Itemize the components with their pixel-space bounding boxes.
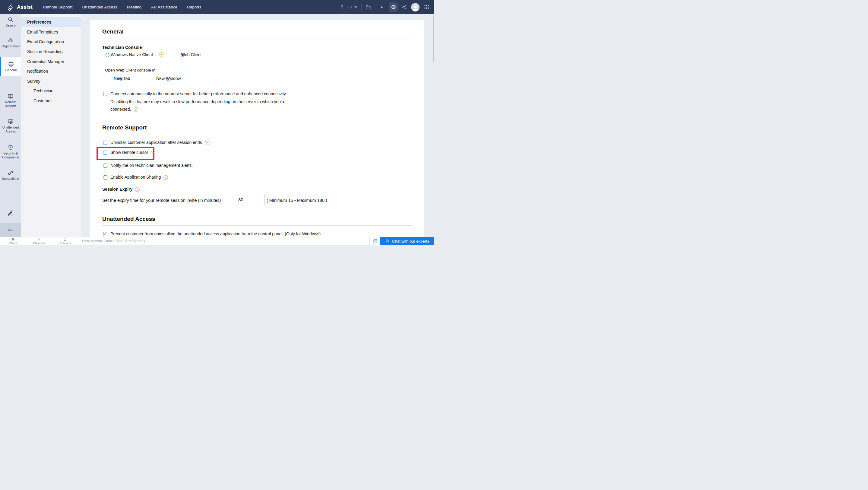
radio-label-new-window[interactable]: New Window <box>156 76 181 81</box>
assist-logo-icon <box>7 3 14 11</box>
sidebar-item-security-compliance[interactable]: Security & Compliance <box>0 145 21 159</box>
help-icon-session-expiry[interactable]: ? <box>135 187 140 192</box>
application-sharing-label[interactable]: Enable Application Sharing? <box>111 175 168 180</box>
expert-chat-icon <box>385 239 390 244</box>
user-silhouette-icon <box>412 5 419 11</box>
sidebar-item-general[interactable]: General <box>0 57 21 76</box>
help-icon-show-remote-cursor[interactable]: ? <box>151 151 155 155</box>
primary-nav: Remote Support Unattended Access Meeting… <box>43 5 201 9</box>
menu-item-notification[interactable]: Notification <box>21 66 81 76</box>
preferences-panel: General Technician Console Windows Nativ… <box>90 20 424 237</box>
uninstall-customer-app-label[interactable]: Uninstall customer application after ses… <box>111 140 209 145</box>
assist-brand[interactable]: Assist <box>7 3 33 11</box>
session-expiry-input[interactable] <box>235 194 265 205</box>
settings-icon-sidebar: Search Organization General <box>0 14 21 237</box>
technician-console-label: Technician Console <box>102 45 142 50</box>
checkbox-prevent-uninstall[interactable]: ✓ <box>103 232 107 236</box>
radio-label-windows-native-client[interactable]: Windows Native Client <box>111 52 153 57</box>
organization-icon <box>7 37 13 43</box>
chat-bubble-icon <box>11 238 15 241</box>
smart-chat-bar: Chats Channels Contacts <box>0 237 434 245</box>
nav-meeting[interactable]: Meeting <box>127 5 142 9</box>
bottom-bar-right: Chat with our experts <box>369 237 434 245</box>
menu-item-email-templates[interactable]: Email Templates <box>21 27 81 37</box>
sidebar-item-search[interactable]: Search <box>0 17 21 27</box>
menu-item-email-configuration[interactable]: Email Configuration <box>21 37 81 47</box>
menu-item-preferences[interactable]: Preferences <box>21 17 81 27</box>
chat-with-experts-button[interactable]: Chat with our experts <box>380 237 434 245</box>
org-switcher[interactable]: HR <box>340 5 358 10</box>
checkbox-application-sharing[interactable]: ✓ <box>103 175 107 180</box>
help-icon-connect-automatically[interactable]: ? <box>134 108 138 112</box>
globe-icon <box>8 61 14 67</box>
show-remote-cursor-label[interactable]: Show remote cursor? <box>111 150 155 155</box>
megaphone-icon <box>402 4 407 10</box>
scrollbar-thumb[interactable] <box>433 15 434 62</box>
menu-item-credential-manager[interactable]: Credential Manager <box>21 56 81 66</box>
search-icon <box>7 17 13 23</box>
contact-person-icon <box>63 238 67 241</box>
unattended-access-icon <box>7 119 13 125</box>
chevron-down-icon <box>354 6 358 8</box>
checkbox-show-remote-cursor[interactable]: ✓ <box>103 151 107 155</box>
divider <box>102 133 412 133</box>
settings-menu-sidebar: Preferences Email Templates Email Config… <box>21 14 81 237</box>
help-icon-windows-native-client[interactable]: ? <box>159 53 163 57</box>
sidebar-item-unattended-access[interactable]: Unattended Access <box>0 119 21 133</box>
checkbox-connect-automatically[interactable]: ✓ <box>103 92 107 96</box>
menu-item-customer[interactable]: Customer <box>21 96 81 106</box>
divider <box>361 4 362 11</box>
nav-unattended-access[interactable]: Unattended Access <box>82 5 117 9</box>
feedback-button[interactable] <box>0 210 21 217</box>
downloads-button[interactable] <box>379 4 384 10</box>
settings-button[interactable]: ⚙ <box>389 2 398 12</box>
sidebar-item-remote-support[interactable]: Remote support <box>0 93 21 108</box>
menu-item-session-recording[interactable]: Session Recording <box>21 47 81 57</box>
open-web-client-label: Open Web Client console in <box>105 68 155 72</box>
nav-remote-support[interactable]: Remote Support <box>43 5 72 9</box>
tab-channels[interactable]: Channels <box>26 237 52 245</box>
section-heading-remote-support: Remote Support <box>102 124 147 131</box>
remote-support-icon <box>7 93 13 99</box>
radio-windows-native-client[interactable] <box>105 53 110 57</box>
prevent-uninstall-label[interactable]: Prevent customer from uninstalling the u… <box>111 232 320 236</box>
tab-chats[interactable]: Chats <box>0 237 26 245</box>
smart-chat-input-wrap <box>79 237 369 245</box>
folder-icon <box>366 4 371 10</box>
session-expiry-description: Set the expiry time for your remote sess… <box>102 198 221 203</box>
sidebar-item-integrations[interactable]: Integrations <box>0 170 21 181</box>
radio-label-new-tab[interactable]: New Tab <box>114 76 130 81</box>
tab-contacts[interactable]: Contacts <box>52 237 78 245</box>
main-content-area: General Technician Console Windows Nativ… <box>81 14 434 237</box>
radio-label-web-client[interactable]: Web Client <box>181 52 202 57</box>
files-button[interactable] <box>366 4 371 10</box>
menu-item-technician[interactable]: Technician <box>21 86 81 96</box>
notify-alerts-label[interactable]: Notify me on technician management alert… <box>111 163 193 168</box>
release-notes-button[interactable] <box>372 239 378 244</box>
sidebar-collapse-strip[interactable] <box>0 223 21 237</box>
help-icon-uninstall[interactable]: ? <box>205 141 209 145</box>
sidebar-item-organization[interactable]: Organization <box>0 37 21 48</box>
org-label: HR <box>346 5 352 9</box>
nav-ar-assistance[interactable]: AR Assistance <box>151 5 177 9</box>
checkbox-notify-alerts[interactable]: ✓ <box>103 163 107 168</box>
smart-chat-input[interactable] <box>79 237 369 245</box>
avatar[interactable] <box>411 3 420 11</box>
announcements-button[interactable] <box>402 4 407 10</box>
checkbox-uninstall-customer-app[interactable]: ✓ <box>103 141 107 145</box>
navbar-right-tools: HR ⚙ <box>340 2 430 12</box>
grid-apps-icon <box>424 4 430 10</box>
divider <box>102 225 412 226</box>
chat-tabs: Chats Channels Contacts <box>0 237 79 245</box>
collapse-sidebar-icon <box>7 227 13 233</box>
session-expiry-label: Session Expiry? <box>102 187 140 192</box>
menu-item-survey[interactable]: Survey <box>21 76 81 86</box>
gear-icon: ⚙ <box>391 4 396 10</box>
channels-group-icon <box>37 238 41 241</box>
connect-automatically-label[interactable]: Connect automatically to the nearest ser… <box>111 90 292 114</box>
nav-reports[interactable]: Reports <box>187 5 201 9</box>
help-icon-application-sharing[interactable]: ? <box>163 175 168 180</box>
apps-menu-button[interactable] <box>424 4 430 10</box>
feedback-pencil-note-icon <box>7 210 14 216</box>
integrations-icon <box>7 170 13 176</box>
